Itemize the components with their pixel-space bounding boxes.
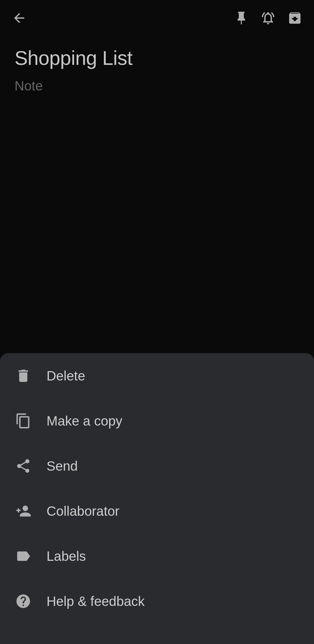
top-bar bbox=[0, 0, 314, 31]
help-icon bbox=[15, 593, 32, 609]
top-bar-left bbox=[12, 10, 27, 26]
share-icon bbox=[15, 458, 32, 474]
menu-item-make-copy[interactable]: Make a copy bbox=[0, 398, 314, 443]
pin-icon bbox=[234, 10, 249, 26]
label-icon bbox=[15, 548, 32, 564]
archive-icon bbox=[287, 10, 302, 26]
menu-item-labels[interactable]: Labels bbox=[0, 533, 314, 579]
labels-label: Labels bbox=[47, 548, 86, 564]
reminder-button[interactable] bbox=[261, 10, 276, 26]
menu-item-collaborator[interactable]: Collaborator bbox=[0, 488, 314, 533]
menu-item-delete[interactable]: Delete bbox=[0, 353, 314, 398]
note-title: Shopping List bbox=[15, 47, 299, 69]
menu-item-help[interactable]: Help & feedback bbox=[0, 579, 314, 624]
back-button[interactable] bbox=[12, 10, 27, 26]
collaborator-label: Collaborator bbox=[47, 503, 119, 519]
trash-icon bbox=[15, 368, 32, 384]
copy-icon bbox=[15, 413, 32, 429]
note-area: Shopping List Note bbox=[0, 41, 314, 371]
delete-label: Delete bbox=[47, 368, 85, 384]
note-placeholder: Note bbox=[15, 78, 299, 94]
collaborator-icon bbox=[15, 503, 32, 519]
top-bar-right bbox=[234, 10, 302, 26]
send-label: Send bbox=[47, 458, 78, 474]
make-copy-label: Make a copy bbox=[47, 413, 122, 429]
back-icon bbox=[12, 10, 27, 26]
bottom-menu: Delete Make a copy Send Collaborator bbox=[0, 353, 314, 644]
archive-button[interactable] bbox=[287, 10, 302, 26]
pin-button[interactable] bbox=[234, 10, 249, 26]
help-label: Help & feedback bbox=[47, 593, 145, 609]
menu-item-send[interactable]: Send bbox=[0, 443, 314, 488]
reminder-icon bbox=[261, 10, 276, 26]
